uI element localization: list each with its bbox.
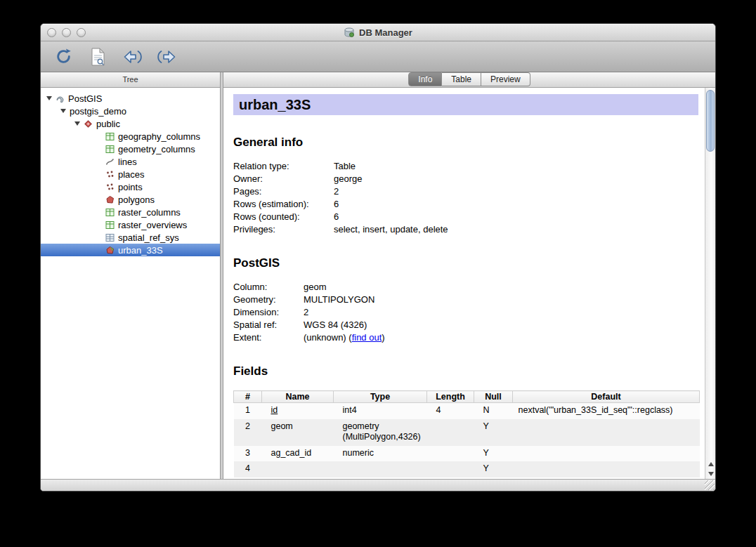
info-row: Column:geom bbox=[233, 281, 698, 294]
info-row-extent: Extent: (unknown) (find out) bbox=[233, 331, 698, 344]
info-row: Geometry:MULTIPOLYGON bbox=[233, 294, 698, 306]
tree-item-label: raster_columns bbox=[118, 207, 181, 218]
info-label: Relation type: bbox=[233, 160, 334, 173]
info-label: Extent: bbox=[233, 331, 304, 344]
tree-item-postgis[interactable]: PostGIS bbox=[41, 92, 220, 105]
info-value: WGS 84 (4326) bbox=[304, 319, 367, 331]
tree-item-geometry-columns[interactable]: geometry_columns bbox=[41, 143, 220, 155]
point-layer-icon bbox=[105, 170, 115, 179]
general-info-heading: General info bbox=[233, 136, 698, 150]
tree-item-label: postgis_demo bbox=[70, 106, 126, 117]
import-layer-button[interactable] bbox=[121, 46, 143, 68]
scroll-up-button[interactable] bbox=[705, 459, 716, 468]
minimize-button[interactable] bbox=[62, 28, 71, 37]
info-label: Geometry: bbox=[233, 294, 304, 306]
extent-value: (unknown) (find out) bbox=[304, 331, 385, 344]
tree-item-label: spatial_ref_sys bbox=[118, 232, 179, 243]
zoom-button[interactable] bbox=[77, 28, 86, 37]
info-value: 2 bbox=[304, 306, 308, 319]
tree-item-label: polygons bbox=[118, 195, 155, 205]
info-label: Privileges: bbox=[233, 223, 334, 236]
tree-item-label: points bbox=[118, 182, 143, 192]
find-out-link[interactable]: find out bbox=[352, 332, 382, 343]
db-tree: PostGIS postgis_demo bbox=[41, 88, 220, 479]
tree-item-label: public bbox=[96, 119, 120, 129]
tab-table[interactable]: Table bbox=[442, 72, 481, 86]
scrollbar-thumb[interactable] bbox=[706, 90, 715, 152]
tree-item-spatial-ref-sys[interactable]: spatial_ref_sys bbox=[41, 231, 220, 244]
info-value: 2 bbox=[334, 185, 339, 198]
vertical-scrollbar[interactable] bbox=[705, 88, 715, 479]
info-value: 6 bbox=[334, 211, 339, 223]
table-icon bbox=[105, 220, 115, 230]
sql-window-button[interactable] bbox=[86, 46, 109, 68]
tree-item-geography-columns[interactable]: geography_columns bbox=[41, 130, 220, 143]
disclosure-triangle-icon[interactable] bbox=[60, 109, 66, 113]
tab-preview[interactable]: Preview bbox=[481, 72, 530, 86]
info-row: Rows (estimation):6 bbox=[233, 198, 698, 211]
column-header: Null bbox=[474, 391, 513, 403]
tree-item-urban-33s[interactable]: urban_33S bbox=[41, 244, 220, 256]
window-title-group: DB Manager bbox=[344, 27, 412, 38]
postgis-heading: PostGIS bbox=[233, 256, 698, 270]
status-bar bbox=[41, 479, 715, 491]
import-arrow-icon bbox=[123, 49, 142, 65]
disclosure-triangle-icon[interactable] bbox=[74, 121, 80, 126]
tree-item-places[interactable]: places bbox=[41, 168, 220, 180]
info-value: 6 bbox=[334, 198, 339, 211]
tree-item-raster-columns[interactable]: raster_columns bbox=[41, 206, 220, 218]
schema-icon bbox=[84, 119, 93, 128]
fields-header-row: # Name Type Length Null Default bbox=[234, 391, 700, 403]
close-button[interactable] bbox=[47, 28, 56, 37]
tree-item-label: urban_33S bbox=[118, 245, 163, 256]
resize-grip-icon[interactable] bbox=[705, 480, 715, 490]
export-layer-button[interactable] bbox=[155, 46, 178, 68]
info-label: Pages: bbox=[233, 185, 334, 198]
postgis-connection-icon bbox=[56, 94, 65, 103]
info-row: Spatial ref:WGS 84 (4326) bbox=[233, 319, 698, 331]
tree-item-lines[interactable]: lines bbox=[41, 155, 220, 168]
polygon-layer-icon bbox=[105, 195, 115, 204]
refresh-button[interactable] bbox=[52, 46, 74, 68]
line-layer-icon bbox=[105, 157, 115, 166]
tree-panel-header: Tree bbox=[41, 72, 220, 88]
tree-item-label: PostGIS bbox=[68, 93, 102, 104]
desktop: DB Manager bbox=[0, 0, 756, 547]
disclosure-triangle-icon[interactable] bbox=[46, 96, 52, 100]
scroll-down-button[interactable] bbox=[705, 469, 716, 478]
fields-heading: Fields bbox=[233, 364, 698, 378]
sql-window-icon bbox=[91, 48, 105, 66]
info-value: george bbox=[334, 173, 362, 185]
info-content: urban_33S General info Relation type:Tab… bbox=[223, 88, 705, 479]
refresh-icon bbox=[55, 48, 72, 65]
info-row: Relation type:Table bbox=[233, 160, 698, 173]
info-value: MULTIPOLYGON bbox=[304, 294, 374, 306]
export-arrow-icon bbox=[157, 49, 176, 65]
tree-item-points[interactable]: points bbox=[41, 180, 220, 193]
tab-info[interactable]: Info bbox=[408, 72, 442, 86]
tree-panel: Tree PostGIS postgis_demo bbox=[41, 72, 221, 479]
tree-item-public[interactable]: public bbox=[41, 117, 220, 130]
polygon-layer-icon bbox=[105, 246, 115, 255]
db-manager-window: DB Manager bbox=[40, 23, 716, 492]
point-layer-icon bbox=[105, 183, 115, 192]
titlebar[interactable]: DB Manager bbox=[41, 24, 715, 41]
column-header: Default bbox=[513, 391, 700, 403]
detail-panel: Info Table Preview urban_33S General inf… bbox=[223, 72, 715, 479]
column-header: # bbox=[234, 391, 262, 403]
info-label: Rows (counted): bbox=[233, 211, 334, 223]
tree-item-postgis-demo[interactable]: postgis_demo bbox=[41, 105, 220, 117]
primary-key-field: id bbox=[271, 405, 278, 415]
tree-item-polygons[interactable]: polygons bbox=[41, 193, 220, 206]
tree-item-label: places bbox=[118, 169, 145, 180]
postgis-rows: Column:geom Geometry:MULTIPOLYGON Dimens… bbox=[233, 281, 698, 344]
tree-item-label: geography_columns bbox=[118, 131, 200, 142]
column-header: Name bbox=[262, 391, 334, 403]
info-label: Column: bbox=[233, 281, 304, 294]
tree-item-raster-overviews[interactable]: raster_overviews bbox=[41, 218, 220, 231]
table-icon bbox=[105, 208, 115, 217]
main-area: Tree PostGIS postgis_demo bbox=[41, 72, 715, 479]
arrow-down-icon bbox=[708, 472, 714, 476]
fields-table: # Name Type Length Null Default bbox=[233, 390, 700, 477]
info-value: Table bbox=[334, 160, 356, 173]
